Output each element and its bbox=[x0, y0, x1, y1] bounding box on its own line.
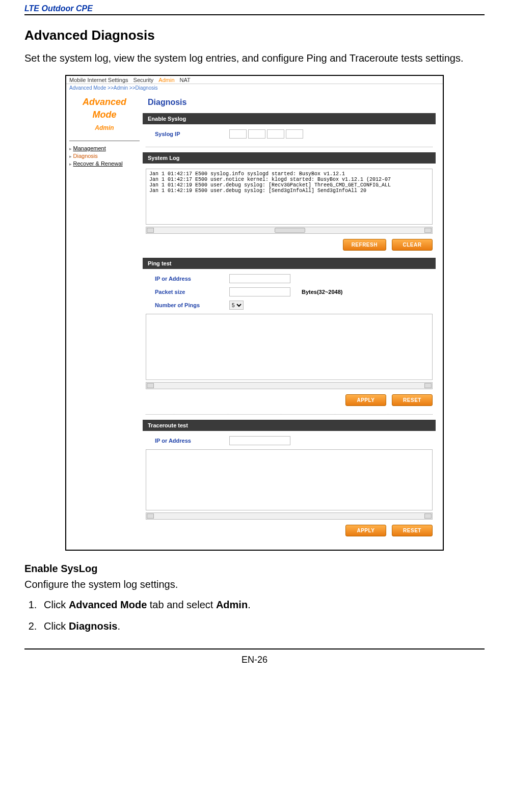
advmode-line2: Mode bbox=[93, 110, 117, 120]
section-enable-syslog: Enable Syslog bbox=[143, 113, 436, 124]
ping-ip-label: IP or Address bbox=[155, 276, 221, 282]
step1-mid: tab and select bbox=[147, 599, 216, 610]
sidebar-item-management[interactable]: Management bbox=[69, 145, 140, 151]
syslog-ip-oct1[interactable] bbox=[229, 129, 247, 139]
sidebar: Advanced Mode Admin Management Diagnosis… bbox=[66, 92, 143, 550]
step2-b1: Diagnosis bbox=[69, 620, 118, 632]
sidebar-item-label: Diagnosis bbox=[73, 153, 98, 159]
scrollbar[interactable] bbox=[146, 227, 433, 234]
scrollbar[interactable] bbox=[146, 512, 433, 520]
tab-security[interactable]: Security bbox=[133, 77, 154, 83]
step1-pre: Click bbox=[44, 599, 69, 610]
packet-size-row: Packet size Bytes(32~2048) bbox=[155, 287, 436, 296]
ping-buttons: APPLY RESET bbox=[146, 394, 433, 406]
trace-ip-row: IP or Address bbox=[155, 436, 436, 445]
packet-size-label: Packet size bbox=[155, 289, 221, 295]
top-tabs: Mobile Internet Settings Security Admin … bbox=[66, 76, 443, 84]
packet-size-input[interactable] bbox=[229, 287, 290, 296]
sidebar-item-label: Recover & Renewal bbox=[73, 160, 123, 167]
num-pings-select[interactable]: 5 bbox=[229, 301, 244, 310]
reset-button[interactable]: RESET bbox=[392, 525, 433, 536]
system-log-box[interactable]: Jan 1 01:42:17 E500 syslog.info syslogd … bbox=[146, 169, 433, 225]
trace-ip-input[interactable] bbox=[229, 436, 290, 445]
sidebar-list: Management Diagnosis Recover & Renewal bbox=[69, 145, 140, 167]
ping-result-box[interactable] bbox=[146, 314, 433, 380]
syslog-ip-oct2[interactable] bbox=[248, 129, 265, 139]
scrollbar[interactable] bbox=[146, 382, 433, 389]
section-system-log: System Log bbox=[143, 152, 436, 164]
step2-post: . bbox=[117, 620, 120, 632]
advmode-line1: Advanced bbox=[83, 97, 126, 107]
refresh-button[interactable]: REFRESH bbox=[343, 239, 386, 251]
step1-post: . bbox=[248, 599, 251, 610]
doc-header-title: LTE Outdoor CPE bbox=[24, 4, 93, 13]
page-footer: EN-26 bbox=[24, 648, 485, 665]
intro-text: Set the system log, view the system log … bbox=[24, 50, 485, 66]
trace-ip-label: IP or Address bbox=[155, 438, 221, 444]
breadcrumb: Advanced Mode >>Admin >>Diagnosis bbox=[66, 84, 443, 92]
section-title: Advanced Diagnosis bbox=[24, 28, 485, 43]
step2-pre: Click bbox=[44, 620, 69, 632]
num-pings-row: Number of Pings 5 bbox=[155, 301, 436, 310]
screenshot-figure: Mobile Internet Settings Security Admin … bbox=[65, 75, 444, 551]
sidebar-item-label: Management bbox=[73, 145, 106, 151]
tab-nat[interactable]: NAT bbox=[180, 77, 191, 83]
log-line: Jan 1 01:42:17 E500 syslog.info syslogd … bbox=[149, 171, 429, 177]
subsection-text: Configure the system log settings. bbox=[24, 579, 485, 590]
steps-list: Click Advanced Mode tab and select Admin… bbox=[24, 598, 485, 633]
num-pings-label: Number of Pings bbox=[155, 302, 221, 308]
syslog-ip-label: Syslog IP bbox=[155, 131, 221, 137]
sidebar-divider bbox=[69, 141, 140, 141]
packet-size-note: Bytes(32~2048) bbox=[302, 289, 342, 295]
trace-result-box[interactable] bbox=[146, 449, 433, 510]
section-traceroute: Traceroute test bbox=[143, 420, 436, 431]
syslog-buttons: REFRESH CLEAR bbox=[146, 239, 433, 251]
apply-button[interactable]: APPLY bbox=[345, 394, 386, 406]
sidebar-group-label: Admin bbox=[69, 124, 140, 131]
divider bbox=[146, 414, 433, 415]
apply-button[interactable]: APPLY bbox=[345, 525, 386, 536]
syslog-ip-row: Syslog IP bbox=[155, 129, 436, 139]
divider bbox=[146, 147, 433, 147]
step-1: Click Advanced Mode tab and select Admin… bbox=[40, 598, 485, 612]
page-title: Diagnosis bbox=[148, 98, 436, 107]
trace-buttons: APPLY RESET bbox=[146, 525, 433, 536]
subsection-title: Enable SysLog bbox=[24, 563, 485, 575]
sidebar-item-recover[interactable]: Recover & Renewal bbox=[69, 160, 140, 167]
main-content: Diagnosis Enable Syslog Syslog IP System… bbox=[143, 92, 443, 550]
section-ping-test: Ping test bbox=[143, 258, 436, 269]
advanced-mode-label: Advanced Mode bbox=[69, 96, 140, 121]
step-2: Click Diagnosis. bbox=[40, 619, 485, 633]
clear-button[interactable]: CLEAR bbox=[392, 239, 433, 251]
syslog-ip-oct4[interactable] bbox=[286, 129, 303, 139]
log-line: Jan 1 01:42:19 E500 user.debug syslog: [… bbox=[149, 182, 429, 188]
doc-header: LTE Outdoor CPE bbox=[24, 4, 485, 15]
tab-mobile-internet[interactable]: Mobile Internet Settings bbox=[69, 77, 128, 83]
log-line: Jan 1 01:42:17 E500 user.notice kernel: … bbox=[149, 177, 429, 182]
ping-ip-input[interactable] bbox=[229, 274, 290, 283]
log-line: Jan 1 01:42:19 E500 user.debug syslog: [… bbox=[149, 188, 429, 194]
reset-button[interactable]: RESET bbox=[392, 394, 433, 406]
step1-b2: Admin bbox=[216, 599, 248, 610]
ping-ip-row: IP or Address bbox=[155, 274, 436, 283]
sidebar-item-diagnosis[interactable]: Diagnosis bbox=[69, 153, 140, 159]
tab-admin[interactable]: Admin bbox=[158, 77, 174, 83]
step1-b1: Advanced Mode bbox=[69, 599, 147, 610]
syslog-ip-oct3[interactable] bbox=[267, 129, 284, 139]
